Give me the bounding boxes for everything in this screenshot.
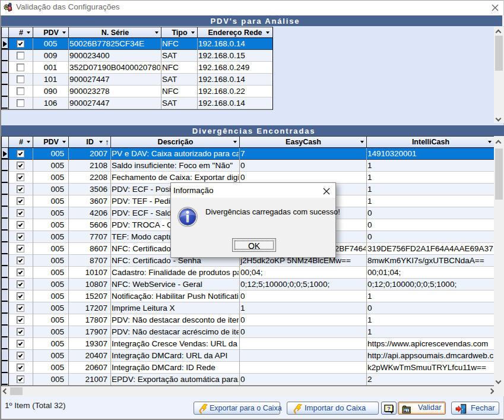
svg-text:?: ? [387, 405, 391, 412]
